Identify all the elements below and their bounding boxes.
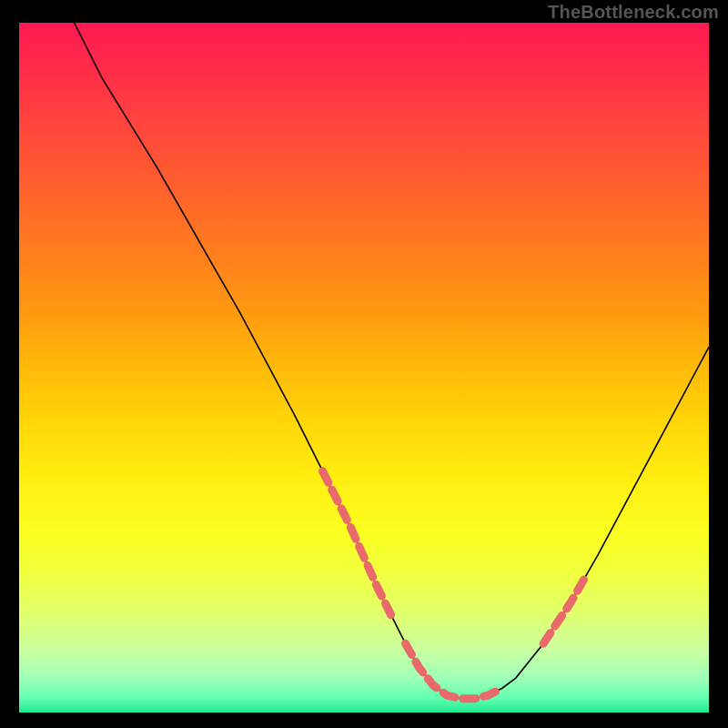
- bottleneck-curve: [75, 23, 709, 699]
- chart-frame: TheBottleneck.com: [0, 0, 728, 728]
- right-shoulder-dots: [543, 578, 585, 643]
- chart-svg: [19, 23, 709, 713]
- watermark-text: TheBottleneck.com: [548, 2, 719, 23]
- valley-floor-dots: [406, 643, 502, 699]
- left-shoulder-dots: [323, 471, 392, 616]
- plot-area: [19, 23, 709, 713]
